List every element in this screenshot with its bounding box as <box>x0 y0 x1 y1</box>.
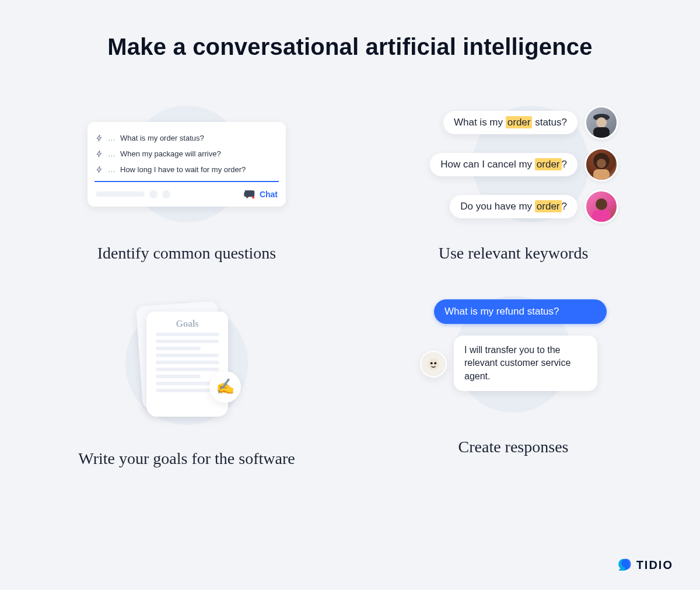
svg-point-10 <box>430 362 433 364</box>
svg-point-7 <box>596 198 607 210</box>
steps-grid: … What is my order status? … When my pac… <box>47 106 653 470</box>
keyword-highlight: order <box>506 116 533 128</box>
tidio-chat-icon <box>617 557 632 572</box>
avatar <box>584 106 618 139</box>
keyword-row: What is my order status? <box>408 106 618 139</box>
svg-rect-3 <box>593 127 610 138</box>
avatar <box>584 148 618 181</box>
question-row: … What is my order status? <box>96 130 278 146</box>
keyword-chip: Do you have my order? <box>450 195 578 218</box>
svg-point-0 <box>252 196 254 198</box>
bolt-icon <box>96 150 103 158</box>
step-caption: Identify common questions <box>97 242 276 264</box>
writing-hand-icon: ✍️ <box>209 371 241 403</box>
questions-card: … What is my order status? … When my pac… <box>88 122 286 207</box>
document-title: Goals <box>146 319 228 329</box>
step-goals: Goals ✍️ Write your goals for the softwa… <box>58 299 315 470</box>
svg-rect-6 <box>593 169 610 180</box>
question-text: When my package will arrive? <box>120 149 221 158</box>
step-keywords: What is my order status? How can I cance… <box>385 106 642 264</box>
keyword-chip: How can I cancel my order? <box>430 153 578 176</box>
keyword-highlight: order <box>535 158 562 170</box>
chat-label: Chat <box>260 190 278 199</box>
user-message: What is my refund status? <box>434 299 607 324</box>
svg-point-5 <box>597 159 606 168</box>
question-row: … How long I have to wait for my order? <box>96 162 278 177</box>
keyword-row: How can I cancel my order? <box>408 148 618 181</box>
question-row: … When my package will arrive? <box>96 146 278 162</box>
bolt-icon <box>96 134 103 142</box>
question-text: What is my order status? <box>120 134 204 142</box>
bot-message: I will transfer you to the relevant cust… <box>454 336 597 391</box>
step-caption: Use relevant keywords <box>439 242 589 264</box>
chat-indicator: Chat <box>243 188 278 201</box>
bot-avatar-icon <box>420 351 447 378</box>
keyword-chip: What is my order status? <box>443 111 578 134</box>
step-caption: Create responses <box>459 436 569 458</box>
chat-bubble-icon <box>243 188 256 201</box>
step-identify: … What is my order status? … When my pac… <box>58 106 315 264</box>
svg-rect-8 <box>592 210 611 222</box>
placeholder-bars <box>96 190 170 198</box>
keyword-highlight: order <box>535 200 562 212</box>
question-text: How long I have to wait for my order? <box>120 165 246 174</box>
brand-name: TIDIO <box>636 558 673 572</box>
step-caption: Write your goals for the software <box>78 448 295 470</box>
keyword-row: Do you have my order? <box>408 190 618 224</box>
step-responses: What is my refund status? I will transfe… <box>385 299 642 470</box>
svg-point-11 <box>434 362 436 364</box>
svg-point-9 <box>428 358 439 370</box>
document-stack: Goals ✍️ <box>143 308 230 419</box>
bolt-icon <box>96 166 103 173</box>
avatar <box>584 190 618 224</box>
brand-logo: TIDIO <box>617 557 673 572</box>
page-title: Make a conversational artificial intelli… <box>47 34 653 60</box>
svg-point-2 <box>596 117 607 128</box>
